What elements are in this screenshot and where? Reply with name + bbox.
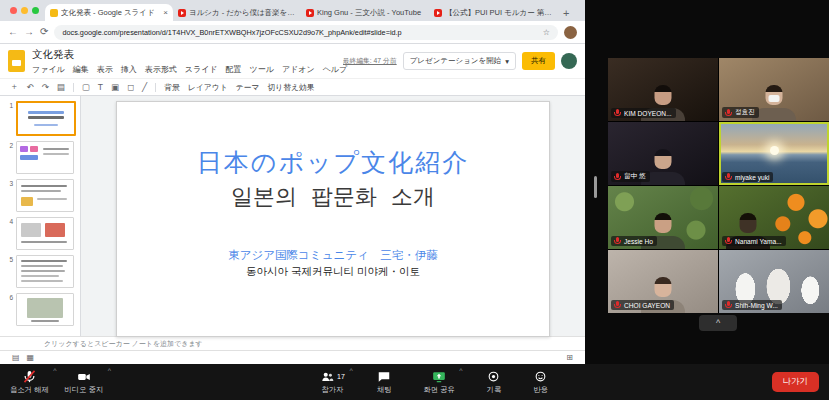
participants-icon	[320, 370, 335, 384]
tab-close-icon[interactable]: ×	[163, 8, 168, 17]
undo-icon[interactable]: ↶	[27, 82, 34, 92]
slide-thumbnail-6[interactable]: 6	[6, 293, 76, 326]
unmute-button[interactable]: ^ 음소거 해제	[2, 364, 57, 400]
reload-icon[interactable]: ⟳	[40, 27, 48, 37]
grid-view-icon[interactable]: ▦	[27, 353, 35, 362]
speaker-notes[interactable]: クリックするとスピーカー ノートを追加できます	[0, 336, 585, 350]
mic-muted-icon	[725, 109, 732, 117]
thumb-number: 4	[6, 217, 13, 225]
collapse-gallery-button[interactable]: ^	[699, 315, 737, 331]
account-avatar[interactable]	[561, 53, 577, 69]
bookmark-star-icon[interactable]: ☆	[543, 28, 550, 37]
participant-name-pill: 정효진	[722, 107, 759, 118]
slide-title-korean[interactable]: 일본의 팝문화 소개	[117, 182, 549, 212]
menu-view[interactable]: 表示	[97, 64, 113, 75]
chat-button[interactable]: 채팅	[369, 364, 400, 400]
slide-thumbnail-4[interactable]: 4	[6, 217, 76, 250]
video-tile[interactable]: Shih-Ming W...	[719, 250, 829, 313]
slide-subtitle-japanese[interactable]: 東アジア国際コミュニティ 三宅・伊藤	[117, 248, 549, 263]
paint-format-icon[interactable]: ▤	[57, 82, 65, 92]
theme-button[interactable]: テーマ	[236, 82, 260, 93]
slide-subtitle-korean[interactable]: 동아시아 국제커뮤니티 미야케・이토	[117, 265, 549, 279]
unmute-label: 음소거 해제	[10, 385, 49, 395]
video-tile[interactable]: Nanami Yama...	[719, 186, 829, 249]
thumb-graphic	[37, 198, 67, 200]
document-title[interactable]: 文化発表	[32, 48, 336, 62]
browser-tab-bar: 文化発表 - Google スライド × ヨルシカ - だから僕は音楽を辞めた.…	[0, 0, 585, 21]
tab-title: 文化発表 - Google スライド	[61, 8, 160, 18]
slide-canvas[interactable]: 日本のポップ文化紹介 일본의 팝문화 소개 東アジア国際コミュニティ 三宅・伊藤…	[116, 101, 550, 337]
menu-addons[interactable]: アドオン	[282, 64, 315, 75]
address-bar[interactable]: docs.google.com/presentation/d/1T4HVX_B0…	[54, 25, 558, 40]
slide-thumbnail-2[interactable]: 2	[6, 141, 76, 174]
close-window-icon[interactable]	[10, 7, 17, 14]
last-edit-link[interactable]: 最終編集: 47 分前	[343, 56, 397, 66]
slide-filmstrip: 1 2	[0, 96, 81, 336]
slide-thumbnail-1[interactable]: 1	[6, 101, 76, 136]
video-tile[interactable]: 정효진	[719, 58, 829, 121]
video-tile-active-speaker[interactable]: miyake yuki	[719, 122, 829, 185]
browser-tab-youtube-2[interactable]: King Gnu - 三文小説 - YouTube	[301, 4, 429, 21]
menu-format[interactable]: 表示形式	[145, 64, 177, 75]
thumb-graphic	[45, 223, 65, 237]
menu-edit[interactable]: 編集	[73, 64, 89, 75]
panel-resize-handle[interactable]	[594, 176, 597, 198]
slide-title-japanese[interactable]: 日本のポップ文化紹介	[117, 146, 549, 179]
browser-profile-avatar[interactable]	[564, 26, 577, 39]
menu-insert[interactable]: 挿入	[121, 64, 137, 75]
forward-icon[interactable]: →	[24, 27, 34, 37]
share-screen-button[interactable]: ^ 화면 공유	[415, 364, 462, 400]
video-tile[interactable]: Jessie Ho	[608, 186, 718, 249]
fit-zoom-icon[interactable]: ⊞	[566, 353, 573, 362]
browser-tab-slides[interactable]: 文化発表 - Google スライド ×	[45, 4, 173, 21]
add-slide-icon[interactable]: ＋	[10, 81, 19, 93]
stop-video-button[interactable]: ^ 비디오 중지	[57, 364, 112, 400]
menu-slide[interactable]: スライド	[185, 64, 218, 75]
mic-muted-icon	[614, 237, 621, 245]
present-button[interactable]: プレゼンテーションを開始 ▾	[403, 52, 516, 70]
video-options-caret[interactable]: ^	[108, 367, 111, 374]
google-slides-app-icon[interactable]	[8, 50, 25, 72]
minimize-window-icon[interactable]	[21, 7, 28, 14]
browser-tab-youtube-3[interactable]: 【公式】PUI PUI モルカー 第1話 【茶...	[429, 4, 557, 21]
shape-tool-icon[interactable]: ◻	[127, 82, 134, 92]
background-button[interactable]: 背景	[164, 82, 180, 93]
maximize-window-icon[interactable]	[32, 7, 39, 14]
browser-tab-youtube-1[interactable]: ヨルシカ - だから僕は音楽を辞めた...	[173, 4, 301, 21]
redo-icon[interactable]: ↷	[42, 82, 49, 92]
browser-toolbar: ← → ⟳ docs.google.com/presentation/d/1T4…	[0, 21, 585, 44]
reactions-button[interactable]: 반응	[525, 364, 556, 400]
thumb-number: 2	[6, 141, 13, 149]
transition-button[interactable]: 切り替え効果	[268, 82, 315, 93]
back-icon[interactable]: ←	[8, 27, 18, 37]
filmstrip-view-icon[interactable]: ▤	[12, 353, 20, 362]
slide-thumbnail-3[interactable]: 3	[6, 179, 76, 212]
menu-arrange[interactable]: 配置	[226, 64, 242, 75]
layout-button[interactable]: レイアウト	[188, 82, 228, 93]
line-tool-icon[interactable]: ╱	[142, 82, 147, 92]
participant-name: CHOI GAYEON	[624, 302, 670, 309]
record-button[interactable]: 기록	[479, 364, 510, 400]
leave-meeting-button[interactable]: 나가기	[772, 372, 820, 392]
text-box-icon[interactable]: T	[98, 82, 103, 92]
participants-caret[interactable]: ^	[350, 367, 353, 374]
thumb-graphic	[20, 155, 38, 160]
audio-video-controls: ^ 음소거 해제 ^ 비디오 중지	[2, 364, 111, 400]
chevron-down-icon[interactable]: ▾	[505, 57, 509, 66]
slide-thumbnail-5[interactable]: 5	[6, 255, 76, 288]
thumb-graphic	[34, 124, 58, 126]
menu-file[interactable]: ファイル	[32, 64, 65, 75]
image-tool-icon[interactable]: ▣	[111, 82, 119, 92]
thumb-preview	[16, 255, 74, 288]
share-button[interactable]: 共有	[522, 52, 555, 70]
participant-name-pill: KIM DOYEON...	[611, 108, 676, 118]
video-tile[interactable]: 畠中 悠	[608, 122, 718, 185]
participants-button[interactable]: ^ 17 참가자	[312, 364, 353, 400]
select-tool-icon[interactable]: ▢	[82, 82, 90, 92]
new-tab-button[interactable]: +	[563, 7, 569, 19]
video-tile[interactable]: KIM DOYEON...	[608, 58, 718, 121]
menu-tools[interactable]: ツール	[250, 64, 274, 75]
share-options-caret[interactable]: ^	[459, 367, 462, 374]
video-tile[interactable]: CHOI GAYEON	[608, 250, 718, 313]
participant-name-pill: Jessie Ho	[611, 236, 657, 246]
